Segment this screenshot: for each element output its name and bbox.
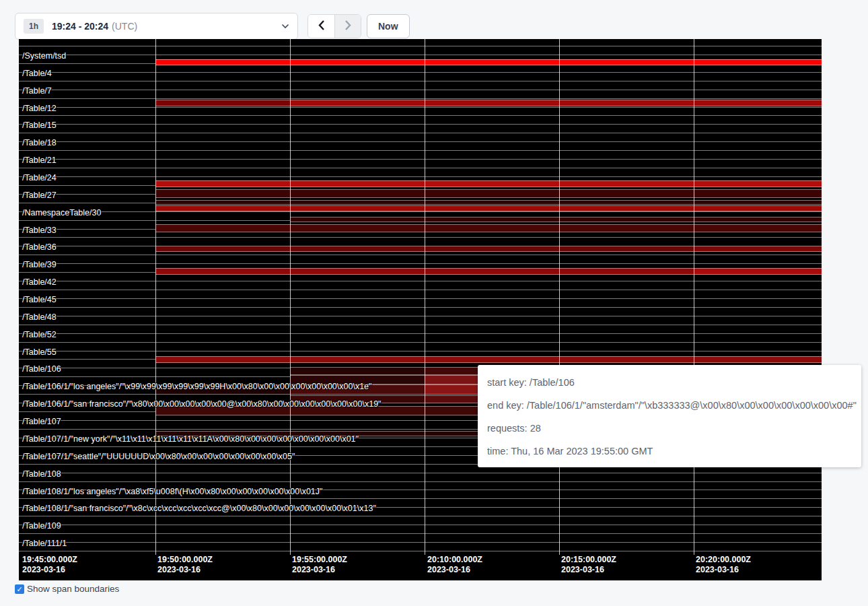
time-axis-tick: 19:45:00.000Z2023-03-16 <box>22 555 77 575</box>
tick-time: 19:45:00.000Z <box>22 555 77 565</box>
heat-band-cell[interactable] <box>155 189 822 198</box>
tick-date: 2023-03-16 <box>696 565 751 575</box>
span-boundary-line <box>19 115 822 116</box>
span-boundary-line <box>19 525 822 525</box>
footer: ✓ Show span boundaries <box>15 584 119 594</box>
chevron-right-icon <box>345 20 352 33</box>
span-boundary-line <box>19 333 822 334</box>
key-visualizer-canvas[interactable]: /System/tsd/Table/4/Table/7/Table/12/Tab… <box>19 39 822 580</box>
tick-date: 2023-03-16 <box>157 565 213 575</box>
span-boundary-line <box>19 473 822 473</box>
span-boundary-line <box>19 542 822 543</box>
tick-time: 20:10:00.000Z <box>427 555 482 565</box>
heat-band-cell[interactable] <box>155 224 822 232</box>
span-boundary-line <box>19 237 822 238</box>
span-key-label: /Table/109 <box>22 521 61 531</box>
span-key-label: /Table/55 <box>22 347 57 357</box>
tick-time: 19:55:00.000Z <box>292 555 347 565</box>
key-visualizer-page: 1h 19:24 - 20:24 (UTC) Now /System/tsd/T… <box>0 0 868 606</box>
span-key-label: /Table/12 <box>22 104 57 113</box>
time-axis-tick: 20:15:00.000Z2023-03-16 <box>561 555 616 575</box>
time-range-duration-badge: 1h <box>24 19 44 34</box>
span-boundary-line <box>19 298 822 299</box>
span-key-label: /NamespaceTable/30 <box>22 208 101 217</box>
time-range-label: 19:24 - 20:24 <box>52 21 108 32</box>
span-key-label: /Table/52 <box>22 330 57 339</box>
time-axis-tick: 19:50:00.000Z2023-03-16 <box>157 555 213 575</box>
span-boundary-line <box>19 98 822 99</box>
tick-date: 2023-03-16 <box>292 565 347 575</box>
span-key-label: /Table/18 <box>22 138 57 147</box>
span-boundary-line <box>19 351 822 351</box>
prev-time-button[interactable] <box>308 15 334 38</box>
span-boundary-line <box>19 46 822 46</box>
next-time-button[interactable] <box>334 15 361 38</box>
heat-band-cell[interactable] <box>694 246 822 252</box>
heat-band-cell[interactable] <box>290 100 822 106</box>
span-boundary-line <box>19 255 822 255</box>
tooltip-time: time: Thu, 16 Mar 2023 19:55:00 GMT <box>487 440 852 463</box>
span-key-label: /Table/36 <box>22 242 57 252</box>
tick-time: 20:15:00.000Z <box>561 555 616 565</box>
span-key-label: /Table/15 <box>22 121 57 130</box>
tooltip-requests: requests: 28 <box>487 417 852 440</box>
span-boundary-line <box>19 81 822 81</box>
tooltip-start-key: start key: /Table/106 <box>487 371 852 394</box>
span-boundary-line <box>19 168 822 168</box>
span-key-label: /Table/42 <box>22 277 57 287</box>
span-key-label: /Table/21 <box>22 156 57 165</box>
heat-band-cell[interactable] <box>155 180 822 187</box>
time-bucket-line <box>425 39 425 555</box>
tooltip-end-key: end key: /Table/106/1/"amsterdam"/"\xb33… <box>487 394 852 417</box>
span-key-label: /Table/107/1/"seattle"/"UUUUUUD\x00\x80\… <box>22 452 295 461</box>
time-axis-tick: 20:10:00.000Z2023-03-16 <box>427 555 482 575</box>
time-axis-tick: 20:20:00.000Z2023-03-16 <box>696 555 751 575</box>
span-key-label: /Table/108/1/"san francisco"/"\x8c\xcc\x… <box>22 504 376 513</box>
span-boundary-line <box>19 498 822 499</box>
span-key-label: /Table/33 <box>22 226 57 235</box>
heat-band-cell[interactable] <box>155 100 290 106</box>
span-boundary-line <box>19 263 822 264</box>
span-key-label: /Table/48 <box>22 312 57 322</box>
span-key-label: /Table/7 <box>22 86 52 96</box>
chevron-left-icon <box>318 20 325 33</box>
span-boundary-line <box>19 90 822 90</box>
tick-time: 20:20:00.000Z <box>696 555 751 565</box>
span-boundary-line <box>19 290 822 290</box>
span-boundary-line <box>19 124 822 125</box>
time-bucket-line <box>694 39 694 555</box>
chevron-down-icon <box>281 24 289 29</box>
span-key-label: /Table/45 <box>22 295 57 304</box>
span-boundary-line <box>19 325 822 325</box>
now-button[interactable]: Now <box>367 14 410 38</box>
span-tooltip: start key: /Table/106 end key: /Table/10… <box>478 365 861 467</box>
span-boundary-line <box>19 141 822 142</box>
span-key-label: /Table/108/1/"los angeles"/"\xa8\xf5\u00… <box>22 487 323 496</box>
heat-band-cell[interactable] <box>155 356 822 363</box>
tick-date: 2023-03-16 <box>427 565 482 575</box>
heat-band-cell[interactable] <box>694 268 822 275</box>
heat-band-cell[interactable] <box>290 217 822 222</box>
heat-band-cell[interactable] <box>155 200 822 205</box>
heat-band-cell[interactable] <box>155 59 822 65</box>
time-range-timezone: (UTC) <box>112 21 137 32</box>
span-boundary-line <box>19 159 822 160</box>
heat-band-cell[interactable] <box>290 367 425 375</box>
span-boundary-line <box>19 150 822 151</box>
show-span-boundaries-checkbox[interactable]: ✓ <box>15 584 24 594</box>
tick-date: 2023-03-16 <box>561 565 616 575</box>
span-key-label: /System/tsd <box>22 51 66 61</box>
time-bucket-line <box>155 39 156 555</box>
span-boundary-line <box>19 342 822 343</box>
span-key-label: /Table/106/1/"los angeles"/"\x99\x99\x99… <box>22 382 371 391</box>
tick-date: 2023-03-16 <box>22 565 77 575</box>
span-boundary-line <box>19 72 822 73</box>
span-boundary-line <box>19 281 822 281</box>
time-range-select[interactable]: 1h 19:24 - 20:24 (UTC) <box>15 13 298 40</box>
tick-time: 19:50:00.000Z <box>157 555 213 565</box>
heat-band-cell[interactable] <box>155 205 822 211</box>
span-key-label: /Table/39 <box>22 260 57 269</box>
span-key-label: /Table/111/1 <box>22 539 67 548</box>
span-boundary-line <box>19 516 822 516</box>
time-axis-tick: 19:55:00.000Z2023-03-16 <box>292 555 347 575</box>
